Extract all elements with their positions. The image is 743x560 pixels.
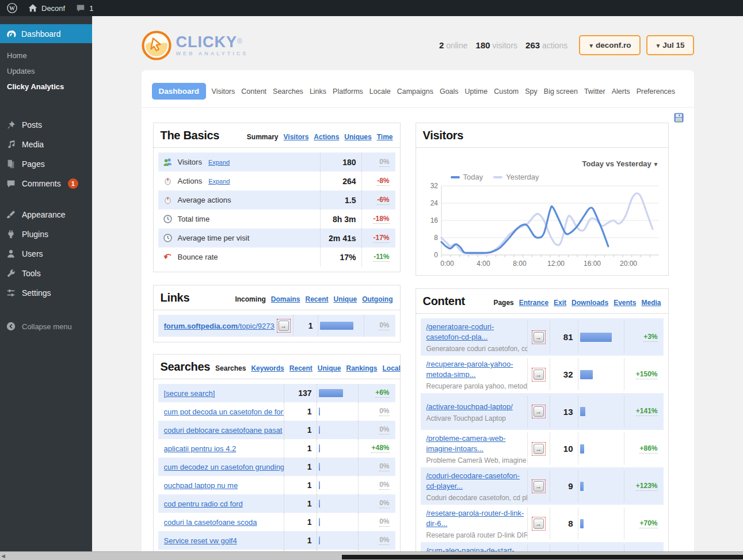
search-value: 1 bbox=[284, 513, 317, 531]
page-url-link[interactable]: /recuperare-parola-yahoo-metoda-simp... bbox=[426, 360, 513, 379]
filter-events[interactable]: Events bbox=[614, 299, 636, 307]
tab-alerts[interactable]: Alerts bbox=[608, 87, 633, 96]
filter-outgoing[interactable]: Outgoing bbox=[362, 295, 393, 303]
page-url-link[interactable]: /activare-touchpad-laptop/ bbox=[426, 402, 513, 411]
page-url-link[interactable]: /coduri-decodare-casetofon-cd-player... bbox=[426, 471, 520, 490]
tab-preferences[interactable]: Preferences bbox=[633, 87, 678, 96]
open-link-button[interactable]: → bbox=[532, 368, 546, 382]
tab-content[interactable]: Content bbox=[238, 87, 270, 96]
search-term-link[interactable]: cum pot decoda un casetofon de forf bbox=[164, 407, 284, 416]
search-value: 1 bbox=[284, 421, 317, 439]
filter-recent[interactable]: Recent bbox=[289, 364, 313, 372]
panel-title: Searches bbox=[161, 360, 211, 374]
change-value: 0% bbox=[379, 517, 389, 527]
search-term-link[interactable]: [secure search] bbox=[164, 389, 284, 398]
sidebar-subitem-updates[interactable]: Updates bbox=[0, 63, 92, 79]
content-rows: /generatoare-coduri-casetofon-cd-pla...G… bbox=[416, 314, 668, 551]
page-url-link[interactable]: /generatoare-coduri-casetofon-cd-pla... bbox=[426, 322, 494, 341]
filter-searches[interactable]: Searches bbox=[215, 364, 246, 372]
tab-twitter[interactable]: Twitter bbox=[581, 87, 608, 96]
metric-change: -8% bbox=[361, 172, 394, 191]
filter-actions[interactable]: Actions bbox=[314, 133, 339, 141]
tab-custom[interactable]: Custom bbox=[491, 87, 522, 96]
page-url-link[interactable]: /resetare-parola-router-d-link-dir-6... bbox=[426, 509, 524, 528]
sidebar-item-tools[interactable]: Tools bbox=[0, 264, 92, 283]
tab-visitors[interactable]: Visitors bbox=[208, 87, 238, 96]
filter-incoming[interactable]: Incoming bbox=[235, 295, 265, 303]
tab-uptime[interactable]: Uptime bbox=[462, 87, 491, 96]
content-panel-header: Content PagesEntranceExitDownloadsEvents… bbox=[416, 289, 668, 314]
expand-link[interactable]: Expand bbox=[208, 159, 230, 166]
open-link-button[interactable]: → bbox=[277, 319, 291, 333]
page-url-link[interactable]: /probleme-camera-web-imagine-intoars... bbox=[426, 434, 506, 453]
sidebar-item-appearance[interactable]: Appearance bbox=[0, 205, 92, 224]
search-term-link[interactable]: Service reset vw golf4 bbox=[164, 536, 284, 545]
sidebar-item-users[interactable]: Users bbox=[0, 244, 92, 264]
search-term-link[interactable]: coduri deblocare casetofoane pasat bbox=[164, 426, 284, 435]
tab-goals[interactable]: Goals bbox=[436, 87, 462, 96]
search-term-link[interactable]: cum decodez un casetofon grunding de... bbox=[164, 463, 284, 471]
open-link-button[interactable]: → bbox=[532, 330, 546, 344]
filter-exit[interactable]: Exit bbox=[554, 299, 566, 307]
sidebar-collapse-menu[interactable]: Collapse menu bbox=[0, 317, 92, 336]
filter-time[interactable]: Time bbox=[377, 133, 393, 141]
open-link-button[interactable]: → bbox=[532, 517, 546, 531]
wp-logo-menu[interactable]: W bbox=[7, 3, 17, 13]
sidebar-item-label: Dashboard bbox=[21, 29, 61, 39]
site-name-menu[interactable]: Deconf bbox=[28, 3, 65, 13]
filter-unique[interactable]: Unique bbox=[334, 295, 357, 303]
filter-rankings[interactable]: Rankings bbox=[346, 364, 377, 372]
sidebar-subitem-clicky-analytics[interactable]: Clicky Analytics bbox=[0, 79, 92, 94]
open-link-button[interactable]: → bbox=[532, 405, 546, 418]
clicky-logo[interactable]: CLICKY® WEB ANALYTICS bbox=[142, 31, 249, 60]
tab-links[interactable]: Links bbox=[306, 87, 329, 96]
filter-entrance[interactable]: Entrance bbox=[519, 299, 548, 307]
tab-dashboard[interactable]: Dashboard bbox=[152, 83, 207, 100]
horizontal-scrollbar[interactable]: ◀ bbox=[0, 551, 743, 560]
sidebar-item-media[interactable]: Media bbox=[0, 135, 92, 154]
search-term-link[interactable]: ouchpad laptop nu me bbox=[164, 481, 284, 490]
sidebar-item-settings[interactable]: Settings bbox=[0, 283, 92, 303]
sidebar-item-plugins[interactable]: Plugins bbox=[0, 224, 92, 244]
sidebar-item-pages[interactable]: Pages bbox=[0, 154, 92, 174]
filter-downloads[interactable]: Downloads bbox=[571, 299, 608, 307]
referrer-link[interactable]: forum.softpedia.com/topic/927395-re... bbox=[164, 322, 275, 330]
search-term-link[interactable]: coduri la casetofoane scoda bbox=[164, 518, 284, 527]
tab-locale[interactable]: Locale bbox=[366, 87, 394, 96]
filter-media[interactable]: Media bbox=[641, 299, 661, 307]
filter-uniques[interactable]: Uniques bbox=[344, 133, 371, 141]
open-link-button[interactable]: → bbox=[532, 442, 546, 456]
expand-link[interactable]: Expand bbox=[208, 178, 230, 185]
tab-spy[interactable]: Spy bbox=[522, 87, 541, 96]
tab-platforms[interactable]: Platforms bbox=[330, 87, 367, 96]
sidebar-item-dashboard[interactable]: Dashboard bbox=[0, 24, 92, 43]
filter-summary[interactable]: Summary bbox=[247, 133, 279, 141]
basics-row-visitors: VisitorsExpand1800% bbox=[158, 153, 395, 172]
tab-campaigns[interactable]: Campaigns bbox=[394, 87, 436, 96]
tab-searches[interactable]: Searches bbox=[270, 87, 307, 96]
comments-count-badge: 1 bbox=[68, 178, 78, 189]
search-term-link[interactable]: aplicatii pentru ios 4.2 bbox=[164, 444, 284, 453]
sidebar-subitem-home[interactable]: Home bbox=[0, 48, 92, 63]
page-url-link[interactable]: /cum-aleg-pagina-de-start-google/ bbox=[426, 546, 515, 551]
tab-big-screen[interactable]: Big screen bbox=[540, 87, 581, 96]
filter-unique[interactable]: Unique bbox=[318, 364, 341, 372]
search-term-link[interactable]: cod pentru radio cd ford bbox=[164, 500, 284, 508]
tab-bar: DashboardVisitorsContentSearchesLinksPla… bbox=[142, 70, 694, 108]
comments-menu[interactable]: 1 bbox=[75, 3, 93, 13]
date-selector-button[interactable]: Jul 15 bbox=[646, 35, 694, 55]
filter-pages[interactable]: Pages bbox=[493, 299, 513, 307]
open-link-button[interactable]: → bbox=[532, 479, 546, 493]
save-icon[interactable] bbox=[674, 113, 684, 123]
scroll-left-arrow-icon[interactable]: ◀ bbox=[1, 553, 5, 559]
filter-domains[interactable]: Domains bbox=[271, 295, 300, 303]
scrollbar-thumb[interactable] bbox=[342, 555, 743, 559]
sidebar-item-posts[interactable]: Posts bbox=[0, 115, 92, 135]
chart-mode-selector[interactable]: Today vs Yesterday bbox=[421, 153, 664, 169]
site-selector-button[interactable]: deconf.ro bbox=[579, 35, 640, 55]
filter-recent[interactable]: Recent bbox=[305, 295, 328, 303]
sidebar-item-comments[interactable]: Comments1 bbox=[0, 174, 92, 193]
filter-visitors[interactable]: Visitors bbox=[284, 133, 309, 141]
filter-local[interactable]: Local bbox=[383, 364, 401, 372]
filter-keywords[interactable]: Keywords bbox=[251, 364, 284, 372]
